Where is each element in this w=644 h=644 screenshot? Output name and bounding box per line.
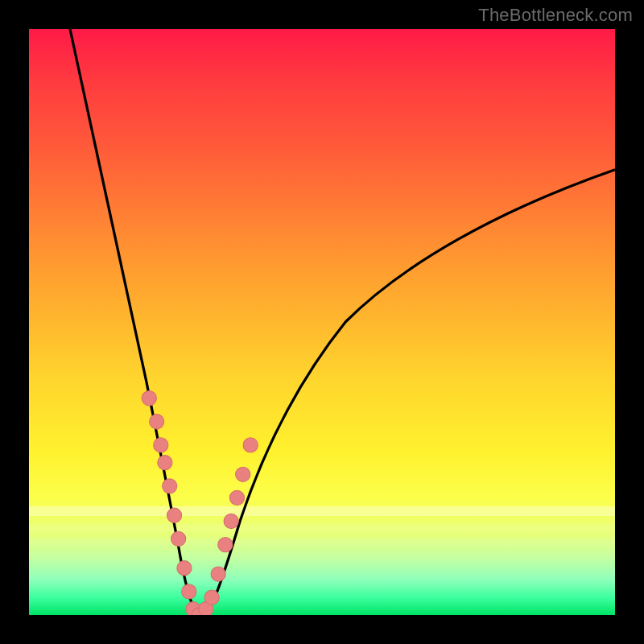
dot (142, 391, 156, 406)
chart-frame: TheBottleneck.com (0, 0, 644, 644)
dot (167, 508, 181, 522)
plot-area (29, 29, 615, 615)
dot (211, 567, 225, 581)
dot (236, 467, 250, 481)
dot (163, 479, 177, 493)
sample-dots (142, 391, 258, 615)
dot (171, 531, 186, 546)
dot (158, 456, 172, 470)
dot (182, 584, 196, 599)
dot (150, 415, 164, 429)
dot (229, 490, 244, 505)
curve-svg (29, 29, 615, 615)
dot (243, 438, 258, 452)
dot (204, 590, 219, 605)
dot (177, 561, 192, 576)
dot (154, 438, 168, 452)
watermark-text: TheBottleneck.com (478, 5, 633, 26)
bottleneck-curve (70, 29, 615, 615)
dot (218, 538, 233, 552)
dot (224, 514, 238, 528)
